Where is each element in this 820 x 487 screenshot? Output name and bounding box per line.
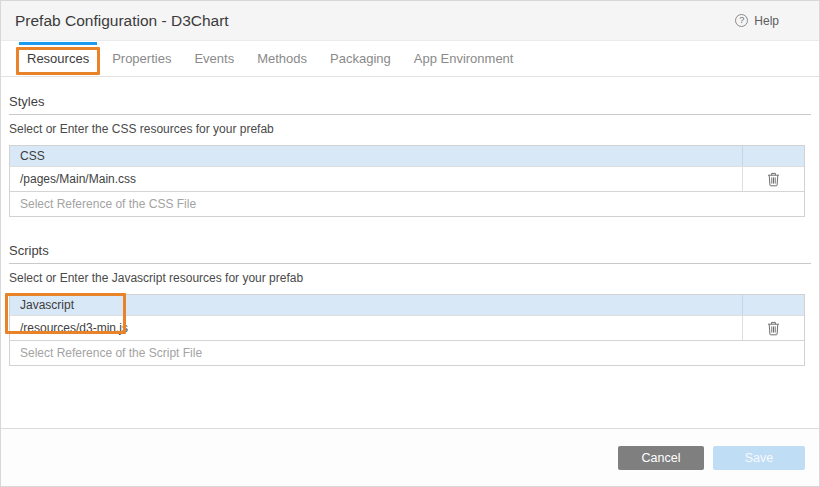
- resources-panel: Styles Select or Enter the CSS resources…: [1, 94, 819, 366]
- tab-properties[interactable]: Properties: [104, 41, 179, 76]
- script-resources-table: Javascript /resources/d3-min.js: [9, 294, 805, 366]
- row-actions-cell: [742, 167, 804, 191]
- javascript-table-header-row: Javascript: [10, 295, 804, 315]
- trash-icon: [767, 321, 780, 336]
- css-column-header: CSS: [10, 149, 742, 163]
- css-resource-path: /pages/Main/Main.css: [10, 172, 742, 186]
- cancel-button[interactable]: Cancel: [618, 446, 704, 470]
- tab-properties-label: Properties: [112, 51, 171, 66]
- script-resource-path: /resources/d3-min.js: [10, 321, 742, 335]
- script-reference-input[interactable]: [10, 341, 804, 365]
- page-title: Prefab Configuration - D3Chart: [15, 12, 229, 30]
- script-reference-field-row: [10, 340, 804, 365]
- table-row[interactable]: /resources/d3-min.js: [10, 315, 804, 340]
- question-circle-icon: ?: [735, 14, 748, 27]
- help-button[interactable]: ? Help: [735, 1, 779, 40]
- css-reference-field-row: [10, 191, 804, 216]
- prefab-configuration-dialog: Prefab Configuration - D3Chart ? Help Re…: [0, 0, 820, 487]
- save-button[interactable]: Save: [713, 446, 805, 470]
- styles-section: Styles Select or Enter the CSS resources…: [9, 94, 811, 217]
- tab-resources[interactable]: Resources: [19, 41, 97, 76]
- tab-app-environment-label: App Environment: [414, 51, 514, 66]
- styles-section-description: Select or Enter the CSS resources for yo…: [9, 122, 811, 136]
- actions-column-header: [742, 295, 804, 315]
- delete-script-resource-button[interactable]: [765, 319, 782, 338]
- dialog-footer: Cancel Save: [1, 428, 819, 486]
- css-table-header-row: CSS: [10, 146, 804, 166]
- tab-resources-label: Resources: [27, 51, 89, 66]
- tab-methods[interactable]: Methods: [249, 41, 315, 76]
- javascript-column-header: Javascript: [10, 298, 742, 312]
- scripts-section-title: Scripts: [9, 243, 811, 264]
- dialog-header: Prefab Configuration - D3Chart ? Help: [1, 1, 819, 41]
- trash-icon: [767, 172, 780, 187]
- scripts-section: Scripts Select or Enter the Javascript r…: [9, 243, 811, 366]
- css-reference-input[interactable]: [10, 192, 804, 216]
- table-row[interactable]: /pages/Main/Main.css: [10, 166, 804, 191]
- row-actions-cell: [742, 316, 804, 340]
- tab-packaging-label: Packaging: [330, 51, 391, 66]
- tab-packaging[interactable]: Packaging: [322, 41, 399, 76]
- tab-events-label: Events: [194, 51, 234, 66]
- styles-section-title: Styles: [9, 94, 811, 115]
- tab-bar: Resources Properties Events Methods Pack…: [1, 41, 819, 77]
- help-label: Help: [754, 14, 779, 28]
- tab-methods-label: Methods: [257, 51, 307, 66]
- scripts-section-description: Select or Enter the Javascript resources…: [9, 271, 811, 285]
- tab-app-environment[interactable]: App Environment: [406, 41, 522, 76]
- delete-css-resource-button[interactable]: [765, 170, 782, 189]
- css-resources-table: CSS /pages/Main/Main.css: [9, 145, 805, 217]
- actions-column-header: [742, 146, 804, 166]
- tab-events[interactable]: Events: [186, 41, 242, 76]
